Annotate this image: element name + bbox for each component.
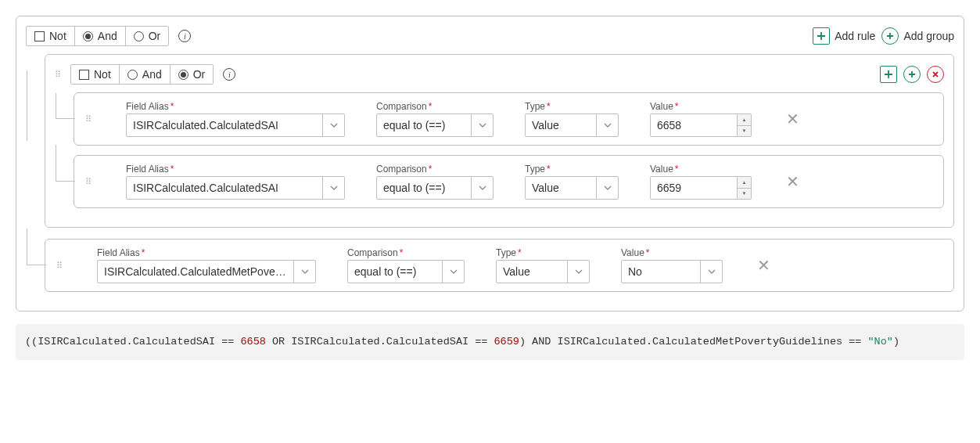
- and-option[interactable]: And: [75, 27, 126, 45]
- type-field: Type* Value: [525, 164, 619, 200]
- field-alias-field: Field Alias* ISIRCalculated.CalculatedSA…: [126, 101, 345, 137]
- type-input[interactable]: Value: [525, 113, 619, 137]
- remove-rule-button[interactable]: ✕: [783, 172, 802, 191]
- number-spinner[interactable]: ▲▼: [737, 114, 751, 136]
- query-builder: Not And Or i Add rule: [16, 16, 964, 312]
- chevron-down-icon[interactable]: [700, 261, 722, 283]
- info-icon[interactable]: i: [223, 68, 235, 81]
- not-toggle[interactable]: Not: [71, 65, 120, 84]
- chevron-down-icon[interactable]: [471, 114, 493, 136]
- expression-output: ((ISIRCalculated.CalculatedSAI == 6658 O…: [16, 324, 964, 360]
- drag-handle-icon[interactable]: ⠿: [56, 264, 66, 268]
- comparison-field: Comparison* equal to (==): [347, 247, 465, 283]
- nested-group-header: ⠿ Not And Or i: [55, 64, 944, 85]
- and-label: And: [142, 68, 162, 81]
- field-alias-field: Field Alias* ISIRCalculated.CalculatedMe…: [97, 247, 316, 283]
- or-label: Or: [149, 30, 161, 42]
- value-field: Value* 6659 ▲▼: [650, 164, 752, 200]
- and-option[interactable]: And: [120, 65, 171, 84]
- field-alias-field: Field Alias* ISIRCalculated.CalculatedSA…: [126, 164, 345, 200]
- comparison-input[interactable]: equal to (==): [376, 113, 494, 137]
- type-input[interactable]: Value: [496, 260, 590, 283]
- radio-icon: [134, 31, 144, 41]
- value-field: Value* No: [621, 247, 723, 283]
- value-input[interactable]: No: [621, 260, 723, 283]
- number-spinner[interactable]: ▲▼: [737, 177, 751, 199]
- type-field: Type* Value: [525, 101, 619, 137]
- remove-rule-button[interactable]: ✕: [754, 256, 774, 275]
- nested-logic-selector: Not And Or: [70, 64, 214, 85]
- info-icon[interactable]: i: [178, 30, 191, 42]
- checkbox-icon: [79, 70, 89, 80]
- value-input[interactable]: 6658 ▲▼: [650, 113, 752, 137]
- chevron-down-icon[interactable]: [567, 261, 589, 283]
- add-group-button[interactable]: Add group: [881, 27, 954, 45]
- chevron-down-icon[interactable]: [471, 177, 493, 199]
- comparison-input[interactable]: equal to (==): [376, 176, 494, 200]
- chevron-down-icon[interactable]: [596, 177, 618, 199]
- value-input[interactable]: 6659 ▲▼: [650, 176, 752, 200]
- add-rule-label: Add rule: [835, 30, 875, 42]
- not-label: Not: [49, 30, 66, 42]
- chevron-down-icon[interactable]: [322, 114, 344, 136]
- and-label: And: [98, 30, 117, 42]
- add-rule-icon-button[interactable]: [880, 66, 897, 83]
- plus-circle-icon: [881, 27, 899, 45]
- or-label: Or: [193, 68, 206, 81]
- root-logic-selector: Not And Or: [26, 26, 169, 46]
- add-group-label: Add group: [903, 30, 954, 42]
- comparison-input[interactable]: equal to (==): [347, 260, 465, 283]
- rule-row: ⠿ Field Alias* ISIRCalculated.Calculated…: [74, 155, 944, 208]
- chevron-down-icon[interactable]: [293, 261, 315, 283]
- comparison-field: Comparison* equal to (==): [376, 101, 494, 137]
- type-input[interactable]: Value: [525, 176, 619, 200]
- field-alias-input[interactable]: ISIRCalculated.CalculatedSAI: [126, 113, 345, 137]
- or-option[interactable]: Or: [171, 65, 214, 84]
- remove-rule-button[interactable]: ✕: [783, 110, 802, 128]
- plus-icon: [813, 27, 830, 45]
- comparison-field: Comparison* equal to (==): [376, 164, 494, 200]
- root-group-header: Not And Or i Add rule: [26, 26, 954, 46]
- field-alias-input[interactable]: ISIRCalculated.CalculatedSAI: [126, 176, 345, 200]
- chevron-down-icon[interactable]: [596, 114, 618, 136]
- chevron-down-icon[interactable]: [322, 177, 344, 199]
- chevron-down-icon[interactable]: [442, 261, 464, 283]
- checkbox-icon: [34, 31, 45, 41]
- rule-row: ⠿ Field Alias* ISIRCalculated.Calculated…: [45, 239, 954, 292]
- radio-filled-icon: [178, 70, 188, 80]
- nested-group-or: ⠿ Not And Or i: [45, 54, 954, 228]
- rule-row: ⠿ Field Alias* ISIRCalculated.Calculated…: [74, 92, 944, 146]
- or-option[interactable]: Or: [126, 27, 169, 45]
- radio-icon: [127, 70, 138, 80]
- type-field: Type* Value: [496, 247, 590, 283]
- drag-handle-icon[interactable]: ⠿: [85, 180, 95, 184]
- field-alias-input[interactable]: ISIRCalculated.CalculatedMetPove…: [97, 260, 316, 283]
- delete-group-icon-button[interactable]: [927, 66, 944, 83]
- not-label: Not: [94, 68, 111, 81]
- not-toggle[interactable]: Not: [27, 27, 75, 45]
- drag-handle-icon[interactable]: ⠿: [55, 73, 64, 77]
- add-rule-button[interactable]: Add rule: [813, 27, 875, 45]
- value-field: Value* 6658 ▲▼: [650, 101, 752, 137]
- radio-filled-icon: [83, 31, 93, 41]
- drag-handle-icon[interactable]: ⠿: [85, 117, 95, 121]
- add-group-icon-button[interactable]: [903, 66, 921, 83]
